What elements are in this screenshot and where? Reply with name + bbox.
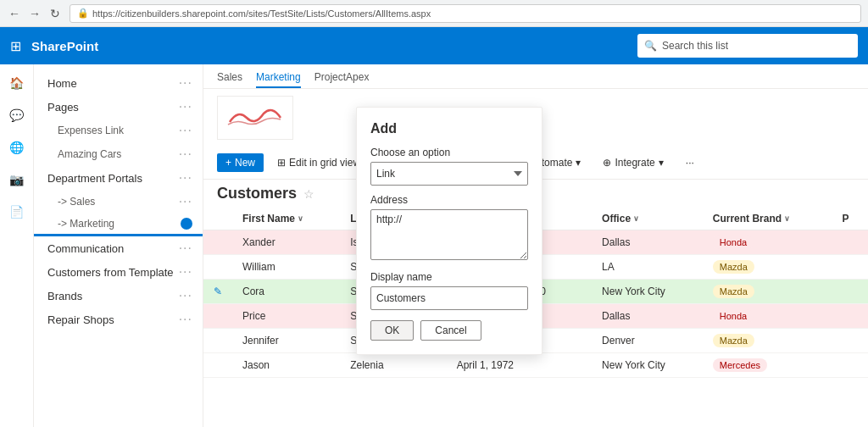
sidebar-item-pages[interactable]: Pages ··· [34, 95, 203, 119]
display-name-input[interactable] [370, 286, 528, 310]
address-label: Address [370, 194, 528, 206]
home-label: Home [47, 77, 77, 90]
url-text: https://citizenbuilders.sharepoint.com/s… [92, 8, 431, 19]
sites-icon-btn[interactable]: 🌐 [2, 132, 32, 163]
dialog-actions: OK Cancel [370, 320, 528, 341]
repair-label: Repair Shops [47, 313, 114, 326]
content-area: Sales Marketing ProjectApex + New ⊞ Ed [203, 64, 868, 427]
sidebar-item-cars[interactable]: Amazing Cars ··· [34, 142, 203, 166]
brands-dots: ··· [179, 288, 192, 303]
cars-label: Amazing Cars [58, 148, 121, 160]
sidebar-item-marketing[interactable]: -> Marketing [34, 214, 203, 234]
customers-template-label: Customers from Template [47, 266, 174, 279]
comm-label: Communication [47, 242, 124, 255]
sidebar-item-expenses[interactable]: Expenses Link ··· [34, 119, 203, 142]
home-dots: ··· [179, 75, 192, 91]
ct-dots: ··· [179, 264, 192, 280]
nav-sidebar: Home ··· Pages ··· Expenses Link ··· Ama… [34, 64, 203, 427]
expenses-dots: ··· [179, 123, 192, 138]
home-icon-btn[interactable]: 🏠 [2, 68, 32, 98]
expenses-label: Expenses Link [58, 125, 124, 136]
sidebar-item-brands[interactable]: Brands ··· [34, 284, 203, 308]
cars-dots: ··· [179, 147, 192, 162]
pages-label: Pages [47, 101, 79, 114]
sidebar-item-dept[interactable]: Department Portals ··· [34, 166, 203, 190]
choose-option-label: Choose an option [370, 147, 528, 158]
sidebar-item-home[interactable]: Home ··· [34, 71, 203, 95]
search-placeholder: Search this list [662, 40, 728, 52]
refresh-button[interactable]: ↻ [47, 6, 63, 21]
search-bar[interactable]: 🔍 Search this list [637, 34, 858, 58]
sales-label: -> Sales [58, 196, 95, 208]
cancel-button[interactable]: Cancel [420, 320, 481, 341]
doc-icon-btn[interactable]: 📄 [2, 197, 32, 227]
add-dialog: Add Choose an option Link Folder Page Ad… [356, 107, 542, 355]
media-icon-btn[interactable]: 📷 [2, 164, 32, 195]
waffle-icon[interactable]: ⊞ [10, 38, 21, 54]
sidebar-item-sales[interactable]: -> Sales ··· [34, 190, 203, 214]
main-layout: 🏠 💬 🌐 📷 📄 Home ··· Pages ··· Expenses Li… [0, 64, 868, 427]
icon-sidebar: 🏠 💬 🌐 📷 📄 [0, 64, 34, 427]
back-button[interactable]: ← [7, 6, 22, 21]
chat-icon-btn[interactable]: 💬 [2, 100, 32, 130]
marketing-label: -> Marketing [58, 218, 114, 230]
dialog-overlay: Add Choose an option Link Folder Page Ad… [203, 64, 868, 427]
browser-controls: ← → ↻ [7, 6, 63, 21]
address-input[interactable]: http:// [370, 209, 528, 260]
address-bar[interactable]: 🔒 https://citizenbuilders.sharepoint.com… [70, 4, 861, 23]
nav-marketing-indicator [181, 218, 192, 230]
comm-dots: ··· [179, 241, 192, 256]
repair-dots: ··· [179, 312, 192, 327]
dept-dots: ··· [179, 170, 192, 186]
sidebar-item-comm[interactable]: Communication ··· [34, 236, 203, 260]
browser-bar: ← → ↻ 🔒 https://citizenbuilders.sharepoi… [0, 0, 868, 27]
ok-button[interactable]: OK [370, 320, 414, 341]
topbar: ⊞ SharePoint 🔍 Search this list [0, 27, 868, 64]
option-select[interactable]: Link Folder Page [370, 162, 528, 186]
sidebar-item-customers-template[interactable]: Customers from Template ··· [34, 260, 203, 284]
display-name-label: Display name [370, 271, 528, 283]
dept-label: Department Portals [47, 172, 142, 185]
search-icon: 🔍 [644, 40, 657, 52]
sidebar-item-repair[interactable]: Repair Shops ··· [34, 308, 203, 331]
pages-dots: ··· [179, 99, 192, 114]
brands-label: Brands [47, 290, 82, 302]
sharepoint-logo: SharePoint [31, 39, 98, 53]
lock-icon: 🔒 [77, 8, 89, 19]
dialog-title: Add [370, 121, 528, 136]
forward-button[interactable]: → [27, 6, 42, 21]
sales-dots: ··· [179, 194, 192, 209]
